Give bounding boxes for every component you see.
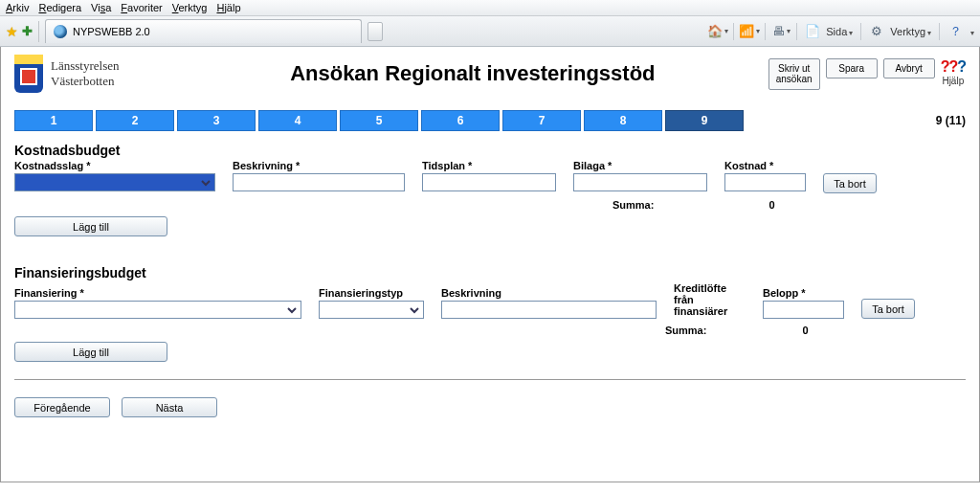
kost-ta-bort-button[interactable]: Ta bort [823,173,877,193]
page-content: Länsstyrelsen Västerbotten Ansökan Regio… [0,47,980,482]
browser-toolbar: ★ ✚ NYPSWEBB 2.0 🏠 📶 🖶 📄 Sida ⚙ Verktyg … [0,16,980,47]
help-link[interactable]: ??? Hjälp [941,58,966,86]
step-1[interactable]: 1 [14,110,93,131]
menu-hjalp[interactable]: Hjälp [216,2,240,13]
kost-lagg-till-button[interactable]: Lägg till [14,216,167,236]
favorites-star-icon[interactable]: ★ [6,24,18,39]
kostnadsslag-select[interactable] [14,173,215,191]
toolbar-verktyg-menu[interactable]: Verktyg [890,26,931,37]
menu-visa[interactable]: Visa [91,2,111,13]
fin-beskrivning-input[interactable] [441,301,657,319]
crest-icon [14,55,43,93]
toolbar-sida-menu[interactable]: Sida [826,26,853,37]
menu-arkiv[interactable]: Arkiv [6,2,29,13]
finansiering-label: Finansiering * [14,287,301,299]
step-8[interactable]: 8 [584,110,662,131]
kreditlofte-label: Kreditlöfte från finansiärer [674,282,746,317]
fin-beskrivning-label: Beskrivning [441,287,657,299]
ie-icon [54,25,67,38]
org-line2: Västerbotten [51,74,119,89]
browser-menubar: Arkiv Redigera Visa Favoriter Verktyg Hj… [0,0,980,16]
beskrivning-input[interactable] [233,173,405,191]
step-nav: 1 2 3 4 5 6 7 8 9 [14,110,744,131]
beskrivning-label: Beskrivning * [233,160,405,171]
page-icon: 📄 [805,24,820,39]
page-title: Ansökan Regionalt investeringsstöd [189,61,757,86]
kostnadsslag-label: Kostnadsslag * [14,160,215,171]
fin-lagg-till-button[interactable]: Lägg till [14,342,167,362]
add-favorite-icon[interactable]: ✚ [22,24,33,38]
new-tab-button[interactable] [368,22,383,41]
belopp-input[interactable] [763,301,844,319]
fin-ta-bort-button[interactable]: Ta bort [861,299,915,319]
tidsplan-label: Tidsplan * [422,160,556,171]
print-application-button[interactable]: Skriv ut ansökan [768,58,820,90]
fin-summa-value: 0 [802,325,808,336]
next-button[interactable]: Nästa [122,397,217,417]
bilaga-input[interactable] [573,173,707,191]
home-icon[interactable]: 🏠 [710,24,725,39]
menu-favoriter[interactable]: Favoriter [121,2,162,13]
feeds-icon[interactable]: 📶 [742,24,757,39]
step-2[interactable]: 2 [96,110,174,131]
tidsplan-input[interactable] [422,173,556,191]
browser-tab[interactable]: NYPSWEBB 2.0 [45,19,362,43]
section-divider [14,379,966,380]
kostnad-input[interactable] [724,173,806,191]
tab-title: NYPSWEBB 2.0 [73,26,150,37]
finansieringsbudget-heading: Finansieringsbudget [14,265,966,280]
bilaga-label: Bilaga * [573,160,707,171]
fin-summa-label: Summa: [665,325,706,336]
step-counter: 9 (11) [936,114,966,127]
step-3[interactable]: 3 [177,110,256,131]
org-logo: Länsstyrelsen Västerbotten [14,55,177,93]
toolbar-separator [38,21,39,42]
help-icon: ??? [941,58,966,76]
prev-button[interactable]: Föregående [14,397,110,417]
kostnad-label: Kostnad * [724,160,806,171]
cancel-button[interactable]: Avbryt [883,58,935,79]
step-6[interactable]: 6 [421,110,500,131]
save-button[interactable]: Spara [826,58,878,79]
step-7[interactable]: 7 [502,110,581,131]
finansiering-select[interactable] [14,301,301,319]
kostnadsbudget-heading: Kostnadsbudget [14,143,966,158]
step-4[interactable]: 4 [258,110,337,131]
finansieringstyp-label: Finansieringstyp [319,287,424,299]
menu-redigera[interactable]: Redigera [38,2,81,13]
finansieringstyp-select[interactable] [319,301,424,319]
kost-summa-value: 0 [768,199,774,211]
menu-verktyg[interactable]: Verktyg [172,2,208,13]
tools-gear-icon: ⚙ [869,24,884,39]
org-line1: Länsstyrelsen [51,58,119,74]
step-5[interactable]: 5 [340,110,418,131]
belopp-label: Belopp * [763,287,844,299]
step-9[interactable]: 9 [665,110,744,131]
kost-summa-label: Summa: [612,199,654,211]
print-icon[interactable]: 🖶 [773,24,789,39]
help-question-icon[interactable]: ？ [947,24,963,39]
